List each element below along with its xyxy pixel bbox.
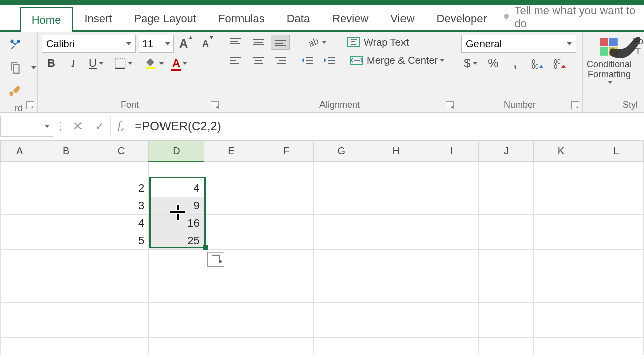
chevron-down-icon	[321, 41, 327, 44]
cell-D5[interactable]: 25	[149, 232, 204, 250]
col-F[interactable]: F	[259, 141, 313, 162]
increase-font-button[interactable]: A▲	[177, 36, 196, 51]
font-name-value: Calibri	[46, 38, 75, 50]
paint-bucket-icon	[144, 57, 157, 69]
tab-view[interactable]: View	[379, 6, 425, 30]
chevron-down-icon	[45, 125, 50, 128]
scissors-icon	[9, 38, 22, 51]
autofill-options-button[interactable]: +	[207, 252, 224, 267]
font-size-combo[interactable]: 11	[139, 35, 174, 53]
align-top-button[interactable]	[226, 35, 246, 50]
col-E[interactable]: E	[204, 141, 259, 162]
tab-data[interactable]: Data	[276, 6, 321, 30]
svg-rect-2	[146, 67, 155, 69]
alignment-dialog-launcher[interactable]	[446, 101, 454, 109]
formula-bar: ⋮ ✕ ✓ fx	[0, 113, 644, 140]
bold-icon: B	[47, 57, 55, 70]
decrease-indent-button[interactable]	[298, 53, 317, 68]
increase-indent-button[interactable]	[320, 53, 339, 68]
cell-C3[interactable]: 3	[94, 197, 148, 215]
tab-developer[interactable]: Developer	[426, 6, 498, 30]
italic-button[interactable]: I	[64, 56, 83, 71]
ribbon: rd Calibri 11 A▲ A▼ B I U	[0, 32, 644, 113]
align-middle-button[interactable]	[249, 35, 268, 50]
align-center-button[interactable]	[249, 53, 268, 68]
increase-decimal-button[interactable]: .0.00	[528, 56, 547, 71]
orientation-icon: ab	[306, 36, 319, 49]
chevron-down-icon	[608, 81, 613, 84]
col-H[interactable]: H	[369, 141, 424, 162]
chevron-down-icon	[165, 42, 170, 45]
cell-D4[interactable]: 16	[149, 215, 204, 232]
spreadsheet-grid[interactable]: A B C D E F G H I J K L 24 39 416 525	[0, 140, 644, 355]
tab-page-layout[interactable]: Page Layout	[123, 6, 207, 30]
cancel-formula-button[interactable]: ✕	[67, 116, 89, 136]
chevron-down-icon	[126, 42, 131, 45]
fx-icon[interactable]: fx	[111, 119, 131, 133]
col-A[interactable]: A	[1, 141, 39, 162]
number-group-label: Number	[461, 98, 578, 111]
borders-button[interactable]	[112, 56, 135, 71]
decrease-font-button[interactable]: A▼	[199, 36, 218, 51]
font-name-combo[interactable]: Calibri	[42, 35, 136, 53]
separator: ⋮	[53, 120, 67, 133]
align-bottom-button[interactable]	[271, 35, 290, 50]
clipboard-dialog-launcher[interactable]	[26, 101, 34, 109]
wrap-text-icon	[347, 36, 361, 48]
copy-button[interactable]	[4, 58, 26, 78]
percent-icon: %	[488, 56, 498, 70]
enter-formula-button[interactable]: ✓	[89, 116, 111, 136]
paintbrush-icon	[9, 84, 22, 98]
name-box[interactable]	[0, 116, 53, 137]
cut-button[interactable]	[4, 35, 26, 55]
col-I[interactable]: I	[424, 141, 478, 162]
bold-button[interactable]: B	[42, 56, 61, 71]
tab-home[interactable]: Home	[20, 7, 73, 32]
number-format-combo[interactable]: General	[461, 35, 576, 53]
underline-button[interactable]: U	[86, 56, 106, 71]
wrap-text-button[interactable]: Wrap Text	[344, 35, 425, 50]
cell-D2[interactable]: 4	[149, 179, 204, 197]
increase-font-icon: A▲	[179, 37, 193, 51]
format-painter-button[interactable]	[4, 81, 26, 101]
col-B[interactable]: B	[39, 141, 94, 162]
cell-D3[interactable]: 9	[149, 197, 204, 215]
orientation-button[interactable]: ab	[304, 35, 329, 50]
tab-review[interactable]: Review	[321, 6, 379, 30]
decrease-decimal-button[interactable]: .00.0	[550, 56, 569, 71]
merge-center-label: Merge & Center	[367, 55, 438, 66]
x-icon: ✕	[73, 119, 83, 133]
number-format-value: General	[466, 38, 502, 50]
fill-color-button[interactable]	[141, 56, 167, 71]
col-J[interactable]: J	[479, 141, 534, 162]
tab-insert[interactable]: Insert	[73, 6, 123, 30]
number-dialog-launcher[interactable]	[571, 101, 579, 109]
align-top-icon	[229, 37, 243, 47]
font-dialog-launcher[interactable]	[211, 101, 219, 109]
col-K[interactable]: K	[534, 141, 589, 162]
copy-dropdown-icon[interactable]	[31, 66, 36, 69]
cell-C2[interactable]: 2	[94, 179, 148, 197]
col-L[interactable]: L	[589, 141, 643, 162]
col-D[interactable]: D	[149, 141, 204, 162]
align-left-button[interactable]	[226, 53, 246, 68]
align-right-button[interactable]	[271, 53, 290, 68]
font-color-button[interactable]: A	[170, 56, 190, 71]
comma-format-button[interactable]: ,	[506, 56, 525, 71]
formula-input[interactable]	[131, 116, 644, 137]
cell-C5[interactable]: 5	[94, 232, 148, 250]
percent-format-button[interactable]: %	[484, 56, 503, 71]
accounting-format-button[interactable]: $	[461, 56, 480, 71]
col-G[interactable]: G	[314, 141, 369, 162]
increase-indent-icon	[323, 55, 336, 65]
merge-center-button[interactable]: Merge & Center	[347, 53, 453, 68]
plus-icon: +	[219, 258, 222, 265]
tell-me-label: Tell me what you want to do	[514, 4, 640, 30]
chevron-down-icon	[128, 62, 133, 65]
alignment-group-label: Alignment	[226, 98, 453, 111]
col-C[interactable]: C	[94, 141, 148, 162]
cell-C4[interactable]: 4	[94, 215, 148, 232]
tell-me-search[interactable]: Tell me what you want to do	[498, 4, 644, 30]
tab-formulas[interactable]: Formulas	[207, 6, 276, 30]
column-headers[interactable]: A B C D E F G H I J K L	[1, 141, 644, 162]
